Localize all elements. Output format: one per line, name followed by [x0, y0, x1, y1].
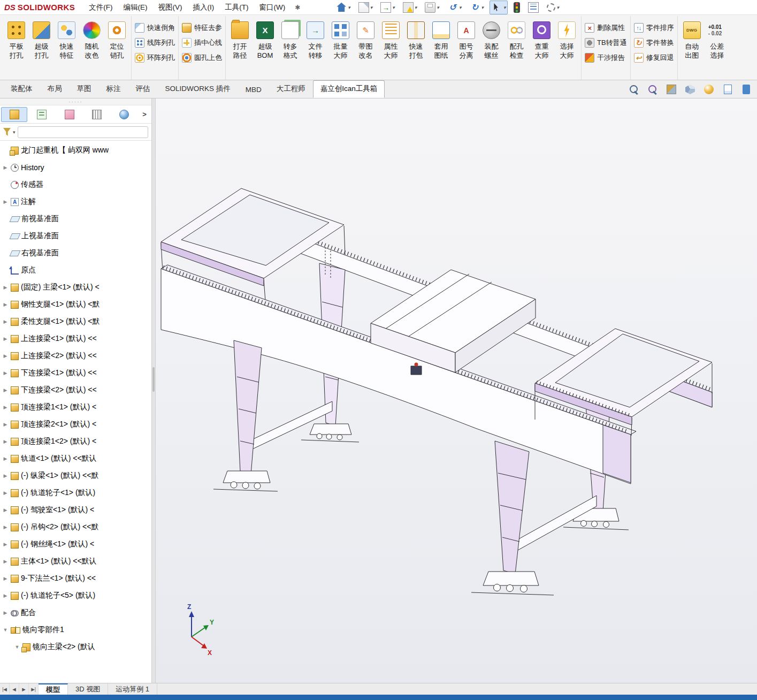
ribbon-button[interactable]: 超级打孔 [29, 16, 54, 60]
expand-arrow[interactable]: ▶ [2, 559, 9, 564]
ribbon-button[interactable]: 属性大师 [378, 16, 403, 60]
tree-item[interactable]: ▶顶连接梁1<2> (默认) < [1, 433, 151, 450]
menu-item-0[interactable]: 文件(F) [83, 1, 118, 14]
dimxpertmanager-tab[interactable] [83, 107, 110, 122]
panel-grip[interactable]: ····· [0, 98, 151, 105]
tree-item[interactable]: ▶下连接梁<1> (默认) << [1, 364, 151, 382]
command-tab-5[interactable]: SOLIDWORKS 插件 [158, 80, 238, 98]
tree-item[interactable]: ▶(固定) 主梁<1> (默认) < [1, 279, 151, 296]
view-zoom-area-button[interactable] [646, 83, 659, 95]
ribbon-small-button[interactable]: 快速倒角 [133, 23, 177, 33]
menu-item-2[interactable]: 视图(V) [152, 1, 187, 14]
ribbon-button[interactable]: 套用图纸 [429, 16, 454, 60]
tree-item[interactable]: ▼镜向主梁<2> (默认 [1, 638, 151, 656]
menu-item-3[interactable]: 插入(I) [187, 1, 219, 14]
menu-item-1[interactable]: 编辑(E) [118, 1, 152, 14]
expand-arrow[interactable]: ▶ [2, 542, 9, 547]
settings-button[interactable]: ▾ [545, 2, 561, 13]
ribbon-small-button[interactable]: 圆孔上色 [180, 53, 224, 63]
ribbon-small-button[interactable]: 线阵列孔 [133, 38, 177, 48]
doctab-1[interactable]: 3D 视图 [68, 683, 108, 695]
ribbon-button[interactable]: 批量大师 [328, 16, 353, 60]
tree-item[interactable]: 传感器 [1, 176, 151, 193]
tree-item[interactable]: ▶主体<1> (默认) <<默认 [1, 553, 151, 570]
panel-splitter[interactable] [151, 98, 156, 683]
view-task-pane-button[interactable] [740, 83, 753, 95]
ribbon-small-button[interactable]: 环阵列孔 [133, 53, 177, 63]
tree-item[interactable]: ▶(-) 轨道轮子<5> (默认) [1, 587, 151, 604]
ribbon-button[interactable]: A图号分离 [454, 16, 479, 60]
tree-item[interactable]: ▶注解 [1, 193, 151, 210]
ribbon-button[interactable]: 打开路径 [227, 16, 253, 60]
new-doc-button[interactable]: ▾ [356, 1, 375, 14]
crane-3d-view[interactable]: Z Y X [156, 98, 757, 683]
view-zoom-fit-button[interactable] [628, 83, 640, 95]
filter-funnel-icon[interactable] [3, 128, 11, 136]
expand-arrow[interactable]: ▶ [2, 319, 9, 324]
ribbon-button[interactable]: X超级BOM [253, 16, 278, 60]
expand-arrow[interactable]: ▶ [2, 285, 9, 290]
command-tab-7[interactable]: 大工程师 [269, 80, 313, 98]
tree-item[interactable]: 前视基准面 [1, 210, 151, 227]
print-alert-button[interactable]: ▾ [401, 1, 419, 14]
export-button[interactable]: ▾ [378, 1, 397, 14]
home-button[interactable]: ▾ [334, 1, 353, 14]
tree-item[interactable]: ▶(-) 吊钩<2> (默认) <<默 [1, 519, 151, 536]
featuremanager-tree-tab[interactable] [1, 107, 27, 122]
expand-arrow[interactable]: ▶ [2, 336, 9, 341]
expand-arrow[interactable]: ▶ [2, 473, 9, 478]
view-edit-appearance-button[interactable] [702, 83, 715, 95]
expand-arrow[interactable]: ▶ [2, 302, 9, 307]
tree-item[interactable]: ▶顶连接梁1<1> (默认) < [1, 399, 151, 416]
print-button[interactable]: ▾ [423, 1, 441, 14]
tree-item[interactable]: ▶(-) 驾驶室<1> (默认) < [1, 501, 151, 519]
ribbon-button[interactable]: 定位销孔 [104, 16, 129, 60]
command-tab-4[interactable]: 评估 [128, 80, 158, 98]
expand-arrow[interactable]: ▶ [2, 524, 9, 530]
panel-expand-button[interactable]: > [139, 107, 150, 122]
ribbon-button[interactable]: 快速特征 [54, 16, 79, 60]
view-view-orientation-button[interactable] [684, 83, 697, 95]
configurationmanager-tab[interactable] [56, 107, 82, 122]
expand-arrow[interactable]: ▶ [2, 507, 9, 513]
tree-root-item[interactable]: 龙门起重机【 屿双网 www [1, 142, 151, 159]
expand-arrow[interactable]: ▼ [2, 627, 9, 633]
tree-item[interactable]: ▼镜向零部件1 [1, 621, 151, 638]
ribbon-button[interactable]: 随机改色 [79, 16, 104, 60]
doctab-nav-1[interactable]: ◀ [10, 683, 19, 695]
command-tab-6[interactable]: MBD [238, 82, 269, 98]
report-button[interactable] [526, 1, 541, 14]
tree-item[interactable]: ▶柔性支腿<1> (默认) <默 [1, 313, 151, 330]
tree-item[interactable]: ▶History [1, 159, 151, 176]
expand-arrow[interactable]: ▶ [2, 387, 9, 393]
doctab-2[interactable]: 运动算例 1 [108, 683, 157, 695]
tree-item[interactable]: ▶钢性支腿<1> (默认) <默 [1, 296, 151, 313]
displaymanager-tab[interactable] [111, 107, 137, 122]
ribbon-button[interactable]: 选择大师 [554, 16, 579, 60]
tree-item[interactable]: ▶(-) 轨道轮子<1> (默认) [1, 484, 151, 501]
expand-arrow[interactable]: ▶ [2, 353, 9, 359]
tree-item[interactable]: ▶配合 [1, 604, 151, 621]
command-tab-2[interactable]: 草图 [70, 80, 99, 98]
ribbon-small-button[interactable]: ↑↓零件排序 [632, 23, 676, 33]
ribbon-button[interactable]: 转多格式 [278, 16, 303, 60]
ribbon-small-button[interactable]: 干涉报告 [583, 53, 629, 63]
expand-arrow[interactable]: ▶ [2, 576, 9, 581]
tree-item[interactable]: ▶上连接梁<2> (默认) << [1, 347, 151, 364]
expand-arrow[interactable]: ▶ [2, 439, 9, 444]
view-section-view-button[interactable] [665, 83, 678, 95]
tree-item[interactable]: ▶下连接梁<2> (默认) << [1, 382, 151, 399]
tree-item[interactable]: 上视基准面 [1, 227, 151, 245]
tree-item[interactable]: 原点 [1, 262, 151, 279]
expand-arrow[interactable]: ▶ [2, 370, 9, 376]
expand-arrow[interactable]: ▶ [2, 456, 9, 461]
graphics-viewport[interactable]: Z Y X [156, 98, 757, 683]
ribbon-button[interactable]: →文件转移 [303, 16, 328, 60]
propertymanager-tab[interactable] [28, 107, 55, 122]
filter-caret-icon[interactable]: ▾ [13, 130, 16, 135]
expand-arrow[interactable]: ▶ [2, 165, 9, 170]
tree-filter-input[interactable] [18, 126, 148, 138]
command-tab-3[interactable]: 标注 [99, 80, 128, 98]
expand-arrow[interactable]: ▶ [2, 199, 9, 204]
ribbon-small-button[interactable]: TB转普通 [583, 38, 629, 48]
